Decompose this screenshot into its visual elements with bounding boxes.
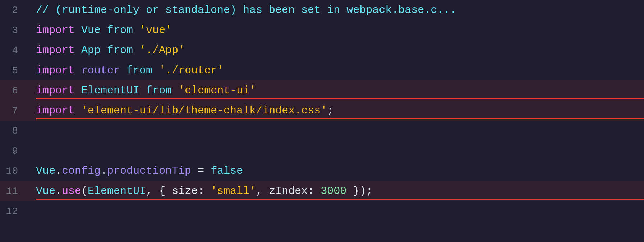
error-underline-11 xyxy=(36,199,644,200)
line-content-9 xyxy=(29,145,42,157)
code-line-8: 8 xyxy=(0,121,644,141)
vue-ref: Vue xyxy=(36,165,55,177)
string-vue: 'vue' xyxy=(139,24,172,36)
vue-identifier: Vue xyxy=(81,24,101,36)
line-number-8: 8 xyxy=(0,125,29,136)
space xyxy=(75,44,81,56)
string-router: './router' xyxy=(159,64,224,76)
line-number-3: 3 xyxy=(0,25,29,36)
space xyxy=(204,165,211,177)
paren-open: ( xyxy=(81,185,88,197)
string-css-import: 'element-ui/lib/theme-chalk/index.css' xyxy=(81,104,327,117)
space xyxy=(165,185,172,197)
code-line-11: 11 Vue . use ( ElementUI , { size : 'sma… xyxy=(0,181,644,201)
elementui-identifier: ElementUI xyxy=(81,84,139,97)
import-keyword: import xyxy=(36,104,75,117)
line-content-4: import App from './App' xyxy=(29,44,185,56)
line-number-2: 2 xyxy=(0,5,29,16)
vue-ref: Vue xyxy=(36,185,55,197)
import-keyword: import xyxy=(36,64,75,76)
space xyxy=(133,44,139,56)
from-keyword: from xyxy=(107,24,133,36)
production-tip-property: productionTip xyxy=(107,165,191,177)
space xyxy=(346,185,353,197)
line-content-5: import router from './router' xyxy=(29,64,224,76)
from-keyword: from xyxy=(126,64,152,76)
line-number-7: 7 xyxy=(0,105,29,116)
line-content-7: import 'element-ui/lib/theme-chalk/index… xyxy=(29,104,334,117)
code-line-3: 3 import Vue from 'vue' xyxy=(0,20,644,40)
line-content-12 xyxy=(29,205,42,217)
size-key: size xyxy=(172,185,198,197)
line-number-10: 10 xyxy=(0,166,29,177)
import-keyword: import xyxy=(36,24,75,36)
comment-token: // (runtime-only or standalone) has been… xyxy=(36,4,456,16)
space xyxy=(133,24,139,36)
line-content-11: Vue . use ( ElementUI , { size : 'small'… xyxy=(29,185,372,197)
paren-close: ) xyxy=(359,185,366,197)
dot: . xyxy=(55,185,62,197)
app-identifier: App xyxy=(81,44,101,56)
equals-operator: = xyxy=(198,165,204,177)
line-content-3: import Vue from 'vue' xyxy=(29,24,172,36)
colon: : xyxy=(308,185,314,197)
error-underline-6 xyxy=(36,98,644,99)
code-line-9: 9 xyxy=(0,141,644,161)
code-line-7: 7 import 'element-ui/lib/theme-chalk/ind… xyxy=(0,101,644,121)
space xyxy=(152,185,159,197)
string-elementui: 'element-ui' xyxy=(178,84,256,97)
dot: . xyxy=(55,165,62,177)
space xyxy=(191,165,198,177)
line-content-6: import ElementUI from 'element-ui' xyxy=(29,84,256,97)
space xyxy=(172,84,178,97)
code-line-12: 12 xyxy=(0,201,644,221)
line-number-6: 6 xyxy=(0,85,29,96)
comma: , xyxy=(146,185,152,197)
line-number-12: 12 xyxy=(0,206,29,217)
string-app: './App' xyxy=(139,44,185,56)
colon: : xyxy=(198,185,204,197)
dot: . xyxy=(101,165,107,177)
code-line-2: 2 // (runtime-only or standalone) has be… xyxy=(0,0,644,20)
space xyxy=(75,84,81,97)
code-line-5: 5 import router from './router' xyxy=(0,60,644,80)
brace-open: { xyxy=(159,185,165,197)
space xyxy=(262,185,269,197)
line-number-4: 4 xyxy=(0,45,29,56)
number-3000: 3000 xyxy=(321,185,346,197)
space xyxy=(75,64,81,76)
space xyxy=(314,185,321,197)
false-keyword: false xyxy=(211,165,243,177)
code-line-10: 10 Vue . config . productionTip = false xyxy=(0,161,644,181)
line-number-11: 11 xyxy=(0,186,29,197)
code-editor: 2 // (runtime-only or standalone) has be… xyxy=(0,0,644,242)
brace-close: } xyxy=(353,185,359,197)
router-identifier: router xyxy=(81,64,120,76)
string-small: 'small' xyxy=(211,185,256,197)
line-number-5: 5 xyxy=(0,65,29,76)
line-content-2: // (runtime-only or standalone) has been… xyxy=(29,4,456,16)
error-underline-7 xyxy=(36,118,644,119)
import-keyword: import xyxy=(36,84,75,97)
space xyxy=(75,24,81,36)
space xyxy=(75,104,81,117)
zindex-key: zIndex xyxy=(269,185,308,197)
semicolon: ; xyxy=(366,185,372,197)
use-method: use xyxy=(62,185,81,197)
import-keyword: import xyxy=(36,44,75,56)
space xyxy=(101,44,107,56)
code-line-4: 4 import App from './App' xyxy=(0,40,644,60)
space xyxy=(139,84,146,97)
space xyxy=(120,64,126,76)
code-line-6: 6 import ElementUI from 'element-ui' xyxy=(0,80,644,101)
line-content-8 xyxy=(29,125,42,137)
from-keyword: from xyxy=(146,84,172,97)
line-content-10: Vue . config . productionTip = false xyxy=(29,165,243,177)
comma: , xyxy=(256,185,262,197)
config-property: config xyxy=(62,165,101,177)
space xyxy=(204,185,211,197)
semicolon: ; xyxy=(327,104,334,117)
space xyxy=(101,24,107,36)
space xyxy=(152,64,159,76)
line-number-9: 9 xyxy=(0,145,29,157)
